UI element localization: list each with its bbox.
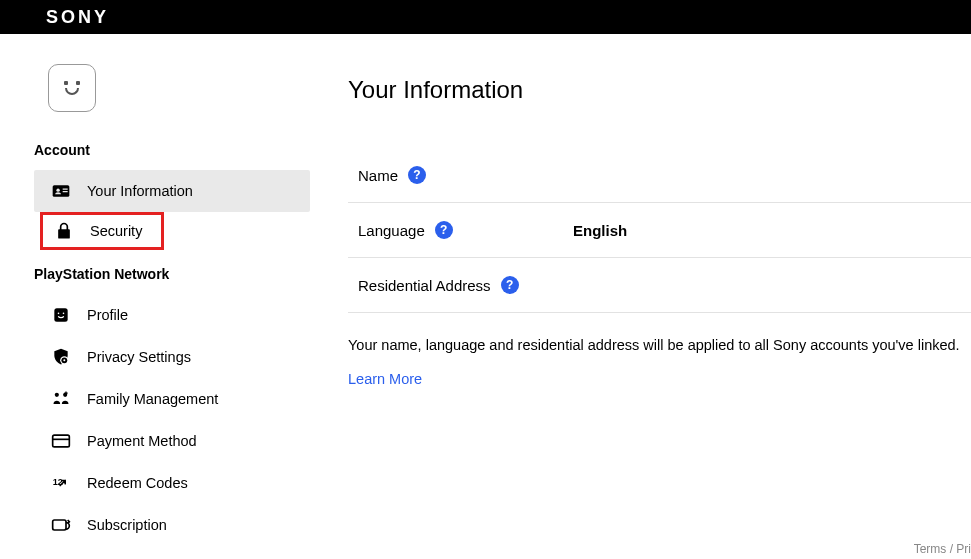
svg-point-5 xyxy=(58,313,60,315)
section-heading-psn: PlayStation Network xyxy=(0,266,310,282)
sidebar-item-label: Subscription xyxy=(87,517,167,533)
svg-point-1 xyxy=(56,189,59,192)
credit-card-icon xyxy=(50,430,72,452)
sidebar-item-redeem-codes[interactable]: 12 Redeem Codes xyxy=(0,462,310,504)
help-icon[interactable]: ? xyxy=(408,166,426,184)
help-icon[interactable]: ? xyxy=(501,276,519,294)
sidebar-item-label: Privacy Settings xyxy=(87,349,191,365)
svg-rect-2 xyxy=(63,189,68,190)
sidebar-item-family-management[interactable]: Family Management xyxy=(0,378,310,420)
info-note: Your name, language and residential addr… xyxy=(348,337,971,353)
footer-links[interactable]: Terms / Pri xyxy=(914,542,971,556)
sidebar-item-label: Payment Method xyxy=(87,433,197,449)
sidebar-item-label: Profile xyxy=(87,307,128,323)
info-row-name[interactable]: Name ? xyxy=(348,148,971,203)
sidebar-item-profile[interactable]: Profile xyxy=(0,294,310,336)
svg-point-10 xyxy=(55,393,59,397)
learn-more-link[interactable]: Learn More xyxy=(348,371,971,387)
info-label: Name xyxy=(358,167,398,184)
subscription-icon xyxy=(50,514,72,536)
sidebar-item-payment-method[interactable]: Payment Method xyxy=(0,420,310,462)
svg-rect-12 xyxy=(53,435,70,447)
shield-gear-icon xyxy=(50,346,72,368)
info-row-language[interactable]: Language ? English xyxy=(348,203,971,258)
sidebar-item-privacy-settings[interactable]: Privacy Settings xyxy=(0,336,310,378)
sidebar: Account Your Information Security PlaySt… xyxy=(0,34,310,559)
info-label: Residential Address xyxy=(358,277,491,294)
sidebar-item-label: Family Management xyxy=(87,391,218,407)
layout: Account Your Information Security PlaySt… xyxy=(0,34,971,559)
main-content: Your Information Name ? Language ? Engli… xyxy=(310,34,971,559)
section-heading-account: Account xyxy=(0,142,310,158)
svg-point-6 xyxy=(63,313,65,315)
brand-logo: SONY xyxy=(46,7,109,28)
info-label: Language xyxy=(358,222,425,239)
info-row-residential-address[interactable]: Residential Address ? xyxy=(348,258,971,313)
svg-rect-3 xyxy=(63,191,68,192)
topbar: SONY xyxy=(0,0,971,34)
avatar-row xyxy=(0,64,310,112)
redeem-icon: 12 xyxy=(50,472,72,494)
sidebar-item-label: Redeem Codes xyxy=(87,475,188,491)
sidebar-item-security[interactable]: Security xyxy=(40,212,164,250)
profile-icon xyxy=(50,304,72,326)
sidebar-item-your-information[interactable]: Your Information xyxy=(34,170,310,212)
svg-point-9 xyxy=(63,359,65,361)
lock-icon xyxy=(53,220,75,242)
info-value: English xyxy=(573,222,627,239)
svg-rect-4 xyxy=(54,308,67,321)
sidebar-item-label: Your Information xyxy=(87,183,193,199)
page-title: Your Information xyxy=(348,76,971,104)
avatar-icon[interactable] xyxy=(48,64,96,112)
svg-rect-15 xyxy=(53,520,66,530)
id-card-icon xyxy=(50,180,72,202)
family-icon xyxy=(50,388,72,410)
help-icon[interactable]: ? xyxy=(435,221,453,239)
sidebar-item-subscription[interactable]: Subscription xyxy=(0,504,310,546)
sidebar-item-label: Security xyxy=(90,223,142,239)
